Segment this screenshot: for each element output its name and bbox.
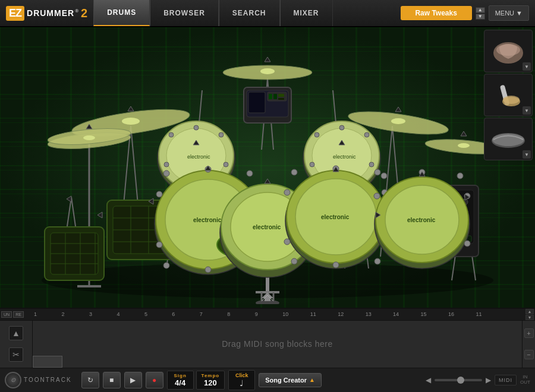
- svg-marker-134: [461, 131, 467, 136]
- timeline-num-10: 10: [281, 311, 309, 317]
- in-label: IN: [523, 375, 528, 380]
- timeline-num-5: 5: [143, 311, 171, 317]
- sign-value: 4/4: [175, 378, 185, 388]
- svg-point-127: [457, 173, 463, 179]
- volume-slider[interactable]: [435, 379, 482, 381]
- tempo-display[interactable]: Tempo 120: [196, 371, 225, 390]
- svg-rect-40: [273, 94, 277, 99]
- seq-content[interactable]: Drag MIDI song blocks here: [33, 321, 522, 368]
- seq-mini-block[interactable]: [33, 356, 62, 368]
- click-label: Click: [235, 372, 248, 378]
- timeline-num-9: 9: [254, 311, 281, 317]
- in-out-section[interactable]: IN OUT: [520, 375, 530, 385]
- stop-button[interactable]: ■: [103, 372, 121, 388]
- sequencer: ▲ ✂ Drag MIDI song blocks here + −: [0, 321, 535, 368]
- seq-zoom-controls: + −: [522, 321, 535, 368]
- sign-tempo-section: Sign 4/4 Tempo 120: [167, 371, 225, 390]
- svg-point-48: [194, 125, 199, 130]
- svg-point-51: [164, 162, 169, 167]
- svg-marker-143: [97, 212, 102, 218]
- tab-drums[interactable]: DRUMS: [93, 0, 150, 26]
- svg-point-107: [333, 262, 339, 268]
- timeline-down-button[interactable]: ▼: [525, 315, 534, 320]
- svg-point-58: [364, 132, 369, 137]
- vol-right-arrow[interactable]: ▶: [486, 376, 491, 384]
- redo-button[interactable]: RE: [13, 311, 24, 318]
- timeline-num-15: 15: [420, 311, 447, 317]
- menu-button[interactable]: MENU ▼: [489, 5, 529, 21]
- logo-version: 2: [81, 7, 87, 20]
- timeline-num-1: 1: [33, 311, 60, 317]
- click-button[interactable]: Click ♩: [228, 370, 255, 390]
- svg-text:electronic: electronic: [193, 217, 222, 223]
- svg-point-90: [156, 242, 162, 248]
- select-tool[interactable]: ▲: [9, 326, 23, 340]
- play-button[interactable]: ▶: [124, 372, 142, 388]
- timeline-num-6: 6: [171, 311, 198, 317]
- toontrack-icon: ⊙: [5, 372, 21, 388]
- svg-point-25: [122, 118, 140, 125]
- zoom-out-button[interactable]: −: [524, 350, 534, 359]
- thumb-arrow-2[interactable]: ▼: [523, 106, 531, 115]
- svg-point-109: [284, 239, 290, 245]
- preset-arrows: ▲ ▼: [476, 7, 485, 20]
- timeline-up-button[interactable]: ▲: [525, 309, 534, 314]
- svg-point-103: [374, 169, 380, 175]
- svg-point-49: [219, 132, 224, 137]
- svg-point-106: [374, 258, 380, 264]
- svg-point-124: [374, 193, 380, 199]
- toontrack-logo: ⊙ TOONTRACK: [5, 372, 72, 388]
- logo-drummer: DRUMMER®: [27, 8, 79, 18]
- logo-ez: EZ: [6, 6, 24, 21]
- svg-text:electronic: electronic: [321, 214, 350, 220]
- svg-point-84: [247, 170, 253, 176]
- svg-point-150: [503, 96, 520, 104]
- preset-dropdown[interactable]: Raw Tweaks: [401, 6, 472, 20]
- time-signature-display[interactable]: Sign 4/4: [167, 371, 194, 390]
- tab-search[interactable]: SEARCH: [219, 0, 280, 26]
- svg-text:electronic: electronic: [333, 154, 356, 160]
- svg-rect-42: [278, 98, 284, 100]
- timeline-num-8: 8: [226, 311, 253, 317]
- timeline-right-controls: ▲ ▼: [525, 309, 534, 320]
- timeline-num-14: 14: [392, 311, 419, 317]
- preset-up-arrow[interactable]: ▲: [476, 7, 485, 13]
- svg-point-57: [339, 125, 344, 130]
- undo-button[interactable]: UN: [1, 311, 12, 318]
- song-creator-arrow: ▲: [309, 377, 315, 383]
- thumb-arrow-3[interactable]: ▼: [523, 150, 531, 159]
- drum-thumb-2[interactable]: ▼: [484, 74, 533, 116]
- svg-point-34: [458, 143, 470, 148]
- nav-tabs: DRUMS BROWSER SEARCH MIXER: [93, 0, 332, 26]
- app-header: EZ DRUMMER® 2 DRUMS BROWSER SEARCH MIXER…: [0, 0, 535, 27]
- drum-thumb-3[interactable]: ▼: [484, 118, 533, 160]
- midi-button[interactable]: MIDI: [495, 375, 517, 385]
- timeline-num-2: 2: [60, 311, 87, 317]
- tab-browser[interactable]: BROWSER: [150, 0, 219, 26]
- timeline-numbers: 1 2 3 4 5 6 7 8 9 10 11 12 13 14 15 16 1…: [33, 311, 502, 317]
- tab-mixer[interactable]: MIXER: [280, 0, 333, 26]
- cut-tool[interactable]: ✂: [9, 347, 23, 362]
- song-creator-button[interactable]: Song Creator ▲: [259, 373, 322, 387]
- preset-down-arrow[interactable]: ▼: [476, 14, 485, 20]
- volume-handle[interactable]: [457, 377, 464, 384]
- app-logo: EZ DRUMMER® 2: [0, 6, 93, 21]
- tempo-value: 120: [204, 378, 217, 388]
- zoom-in-button[interactable]: +: [524, 328, 534, 338]
- vol-left-arrow[interactable]: ◀: [426, 376, 431, 384]
- svg-point-152: [492, 133, 524, 146]
- svg-marker-130: [128, 106, 134, 111]
- preset-area: Raw Tweaks ▲ ▼ MENU ▼: [401, 5, 535, 21]
- svg-point-50: [224, 162, 228, 167]
- svg-point-56: [314, 132, 319, 137]
- drum-thumb-1[interactable]: ▼: [484, 30, 533, 72]
- svg-point-30: [260, 68, 275, 74]
- bottom-bar: UN RE 1 2 3 4 5 6 7 8 9 10 11 12 13 14 1…: [0, 308, 535, 392]
- timeline-num-13: 13: [364, 311, 392, 317]
- transport-bar: ⊙ TOONTRACK ↻ ■ ▶ ● Sign 4/4 Tempo 120 C…: [0, 368, 535, 392]
- timeline: UN RE 1 2 3 4 5 6 7 8 9 10 11 12 13 14 1…: [0, 309, 535, 321]
- loop-button[interactable]: ↻: [81, 372, 99, 388]
- svg-rect-37: [248, 92, 265, 113]
- record-button[interactable]: ●: [146, 372, 163, 388]
- thumb-arrow-1[interactable]: ▼: [523, 62, 531, 71]
